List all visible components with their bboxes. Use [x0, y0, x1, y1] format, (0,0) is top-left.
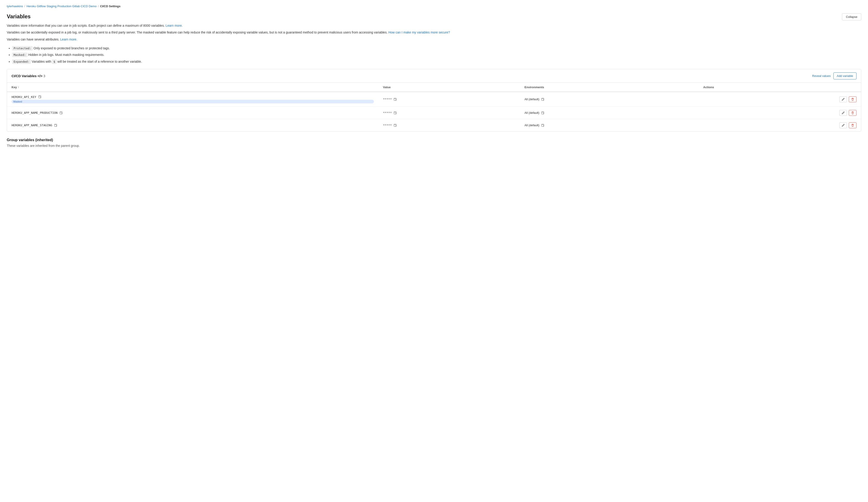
learn-more-link-1[interactable]: Learn more. — [165, 24, 183, 27]
table-header-row: Key ↑ Value Environments Actions — [7, 83, 861, 92]
env-cell-0: All (default) — [520, 92, 699, 107]
delete-button-1[interactable] — [849, 110, 857, 116]
actions-cell-1 — [699, 107, 861, 119]
edit-button-2[interactable] — [839, 122, 847, 128]
attributes-list: Protected: Only exposed to protected bra… — [12, 46, 861, 64]
copy-env-icon-0[interactable] — [541, 98, 544, 101]
page-header: Variables Collapse — [7, 13, 861, 20]
group-variables-section: Group variables (inherited) These variab… — [7, 138, 861, 148]
description-1: Variables store information that you can… — [7, 23, 861, 28]
value-cell-0: ***** — [379, 92, 520, 107]
panel-actions: Reveal values Add variable — [812, 72, 857, 79]
breadcrumb: tylerhawkins / Heroku Gitflow Staging Pr… — [7, 4, 861, 8]
env-value-1: All (default) — [524, 111, 539, 114]
col-header-actions: Actions — [699, 83, 861, 92]
env-value-2: All (default) — [524, 123, 539, 127]
col-header-key: Key ↑ — [7, 83, 379, 92]
group-vars-desc: These variables are inherited from the p… — [7, 144, 861, 148]
attr-masked: Masked: Hidden in job logs. Must match m… — [12, 52, 861, 58]
masked-badge-0: Masked — [11, 100, 374, 103]
variables-table: Key ↑ Value Environments Actions HEROKU_… — [7, 83, 861, 131]
delete-button-0[interactable] — [849, 97, 857, 102]
panel-title: CI/CD Variables </> 3 — [11, 74, 45, 78]
description-3: Variables can have several attributes. L… — [7, 37, 861, 42]
description-2: Variables can be accidentally exposed in… — [7, 30, 861, 35]
attr-expanded: Expanded: Variables with $ will be treat… — [12, 59, 861, 64]
attr-protected: Protected: Only exposed to protected bra… — [12, 46, 861, 51]
copy-env-icon-2[interactable] — [541, 124, 544, 127]
copy-value-icon-1[interactable] — [394, 111, 397, 114]
env-cell-1: All (default) — [520, 107, 699, 119]
breadcrumb-sep2: / — [98, 4, 99, 8]
col-header-environments: Environments — [520, 83, 699, 92]
value-cell-2: ***** — [379, 119, 520, 131]
copy-value-icon-2[interactable] — [394, 124, 397, 127]
env-cell-2: All (default) — [520, 119, 699, 131]
table-row: HEROKU_APP_NAME_STAGING ***** All (defau… — [7, 119, 861, 131]
value-masked-0: ***** — [383, 98, 392, 101]
value-masked-2: ***** — [383, 123, 392, 127]
add-variable-button[interactable]: Add variable — [834, 72, 857, 79]
table-row: HEROKU_APP_NAME_PRODUCTION ***** All (de… — [7, 107, 861, 119]
breadcrumb-user[interactable]: tylerhawkins — [7, 4, 23, 8]
table-row: HEROKU_API_KEY Masked ***** All (default… — [7, 92, 861, 107]
actions-cell-0 — [699, 92, 861, 107]
key-name-1: HEROKU_APP_NAME_PRODUCTION — [11, 111, 58, 114]
edit-button-1[interactable] — [839, 110, 847, 116]
env-value-0: All (default) — [524, 98, 539, 101]
variables-panel: CI/CD Variables </> 3 Reveal values Add … — [7, 69, 861, 132]
key-cell-0: HEROKU_API_KEY Masked — [7, 92, 379, 107]
learn-more-link-2[interactable]: Learn more. — [60, 38, 77, 41]
reveal-values-button[interactable]: Reveal values — [812, 74, 831, 78]
copy-key-icon-2[interactable] — [54, 124, 57, 127]
sort-icon[interactable]: ↑ — [18, 86, 19, 89]
value-masked-1: ***** — [383, 111, 392, 114]
actions-cell-2 — [699, 119, 861, 131]
key-cell-1: HEROKU_APP_NAME_PRODUCTION — [7, 107, 379, 119]
copy-key-icon-1[interactable] — [60, 111, 63, 114]
breadcrumb-sep1: / — [24, 4, 25, 8]
breadcrumb-current: CI/CD Settings — [100, 4, 121, 8]
copy-key-icon-0[interactable] — [38, 95, 41, 98]
copy-env-icon-1[interactable] — [541, 111, 544, 114]
page-title: Variables — [7, 13, 31, 20]
secure-variables-link[interactable]: How can I make my variables more secure? — [388, 31, 450, 34]
key-name-0: HEROKU_API_KEY — [11, 95, 37, 99]
edit-button-0[interactable] — [839, 97, 847, 102]
copy-value-icon-0[interactable] — [394, 98, 397, 101]
panel-header: CI/CD Variables </> 3 Reveal values Add … — [7, 69, 861, 83]
key-name-2: HEROKU_APP_NAME_STAGING — [11, 123, 52, 127]
key-cell-2: HEROKU_APP_NAME_STAGING — [7, 119, 379, 131]
breadcrumb-project[interactable]: Heroku Gitflow Staging Production Gitlab… — [27, 4, 96, 8]
delete-button-2[interactable] — [849, 122, 857, 128]
col-header-value: Value — [379, 83, 520, 92]
collapse-button[interactable]: Collapse — [842, 13, 861, 20]
group-vars-title: Group variables (inherited) — [7, 138, 861, 142]
value-cell-1: ***** — [379, 107, 520, 119]
